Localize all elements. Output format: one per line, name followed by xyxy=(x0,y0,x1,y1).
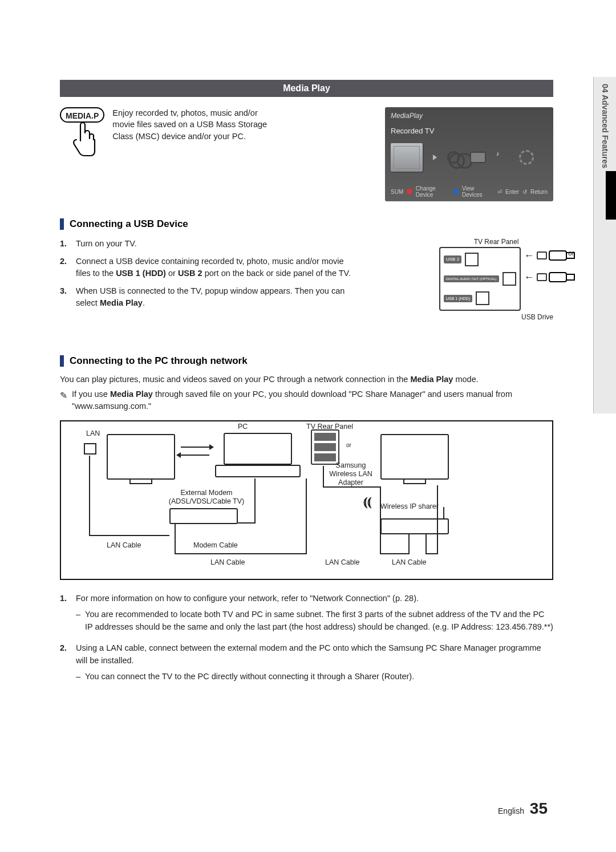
tv-foot-change: Change Device xyxy=(416,185,453,198)
tv-foot-sum: SUM xyxy=(391,189,403,195)
port-icon xyxy=(502,272,516,286)
step-num: 2. xyxy=(60,255,70,279)
step-num: 1. xyxy=(60,238,70,250)
usb-drive-icon xyxy=(548,271,577,283)
gear-icon xyxy=(519,150,534,165)
folder-icon xyxy=(470,152,486,163)
note-text: If you use Media Play through saved file… xyxy=(72,388,553,412)
tv-subtitle: Recorded TV xyxy=(391,127,548,135)
return-icon: ↺ xyxy=(522,189,527,195)
step-num: 1. xyxy=(60,593,70,636)
intro-paragraph: Enjoy recorded tv, photos, music and/or … xyxy=(112,107,277,142)
usb-plug-icon xyxy=(537,251,547,259)
tv-screenshot: MediaPlay Recorded TV ♪ SUM Change Devic… xyxy=(385,107,553,201)
heading-network: Connecting to the PC through network xyxy=(60,355,553,367)
red-dot-icon xyxy=(407,189,412,194)
step-text: Turn on your TV. xyxy=(76,238,137,250)
arrow-left-icon: ← xyxy=(524,250,534,262)
usb-steps: 1. Turn on your TV. 2. Connect a USB dev… xyxy=(60,238,356,315)
blue-dot-icon xyxy=(453,189,459,194)
svg-rect-0 xyxy=(549,251,566,260)
side-chapter-tab: 04 Advanced Features xyxy=(593,77,616,413)
port-usb2-label: USB 2 xyxy=(444,255,461,263)
rear-panel-figure: TV Rear Panel USB 2 DIGITAL AUDIO OUT (O… xyxy=(439,238,553,321)
port-icon xyxy=(465,253,479,266)
rear-panel-title: TV Rear Panel xyxy=(439,238,553,246)
heading-usb: Connecting a USB Device xyxy=(60,218,553,230)
film-reel-icon xyxy=(447,151,460,164)
svg-rect-3 xyxy=(566,274,574,280)
tv-title: MediaPlay xyxy=(391,112,548,120)
step-text: When USB is connected to the TV, popup w… xyxy=(76,285,356,309)
remote-button-mediap: MEDIA.P xyxy=(60,107,104,160)
port-icon xyxy=(476,291,489,305)
arrow-left-icon: ← xyxy=(524,271,534,283)
svg-rect-2 xyxy=(549,273,566,282)
substep-text: You can connect the TV to the PC directl… xyxy=(85,671,414,683)
chevron-right-icon xyxy=(433,155,437,160)
side-chapter-marker xyxy=(606,171,616,220)
banner-title: Media Play xyxy=(283,83,330,93)
network-steps: 1. For more information on how to config… xyxy=(60,593,553,687)
enter-icon: ⏎ xyxy=(497,189,502,195)
music-note-icon: ♪ xyxy=(496,150,509,165)
page-footer: English 35 xyxy=(498,800,548,818)
note-row: ✎ If you use Media Play through saved fi… xyxy=(60,388,553,412)
network-intro: You can play pictures, music and videos … xyxy=(60,375,553,384)
footer-page: 35 xyxy=(530,800,548,817)
tv-foot-enter: Enter xyxy=(505,189,519,195)
step-num: 2. xyxy=(60,642,70,686)
side-chapter-text: 04 Advanced Features xyxy=(601,84,610,168)
tv-foot-return: Return xyxy=(530,189,548,195)
network-diagram: LAN PC TV Rear Panel or Samsung Wireless… xyxy=(60,420,553,580)
substep-text: You are recommended to locate both TV an… xyxy=(85,608,553,634)
tv-foot-view: View Devices xyxy=(462,185,494,198)
step-text: For more information on how to configure… xyxy=(76,594,419,603)
note-icon: ✎ xyxy=(60,389,67,412)
port-usb1-label: USB 1 (HDD) xyxy=(444,295,472,302)
step-num: 3. xyxy=(60,285,70,309)
cable-lines xyxy=(61,421,552,579)
usb-drive-label: USB Drive xyxy=(439,313,553,321)
port-optical-label: DIGITAL AUDIO OUT (OPTICAL) xyxy=(444,275,499,282)
footer-lang: English xyxy=(498,806,524,816)
step-text: Connect a USB device containing recorded… xyxy=(76,255,356,279)
section-banner: Media Play xyxy=(60,80,553,97)
tv-thumbnail-icon xyxy=(391,143,423,172)
step-text: Using a LAN cable, connect between the e… xyxy=(76,643,541,665)
hand-press-icon xyxy=(68,120,96,160)
usb-plug-icon xyxy=(537,273,547,281)
